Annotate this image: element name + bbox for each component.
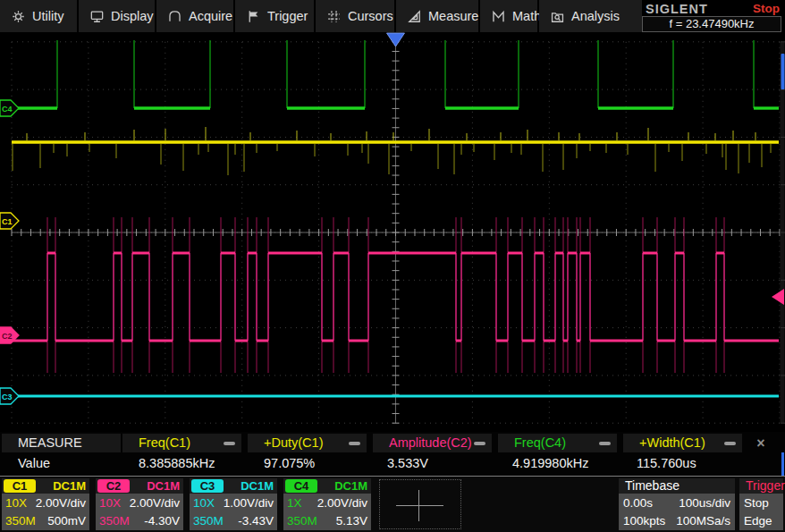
bandwidth-limit: 350M: [5, 511, 36, 529]
measure-value: 4.919980kHz: [512, 456, 588, 470]
menu-item-math[interactable]: Math: [480, 0, 539, 32]
empty-channel-slot[interactable]: [379, 479, 461, 529]
waveform-svg: C4C1C2C3: [0, 32, 785, 432]
measurement-label: Freq(C4): [514, 434, 566, 452]
volts-per-div: 2.00V/div: [36, 494, 86, 511]
timebase-title: Timebase: [619, 478, 735, 494]
menu-item-label: Trigger: [267, 9, 308, 23]
flag-icon: [246, 9, 261, 24]
marker-label: C2: [2, 332, 13, 341]
volts-per-div: 1.00V/div: [224, 494, 274, 511]
trigger-state: Stop: [744, 494, 769, 511]
measure-col-freq-c4[interactable]: Freq(C4): [498, 434, 617, 452]
menu-item-cursors[interactable]: Cursors: [316, 0, 396, 32]
measure-col-width-c1[interactable]: +Width(C1): [623, 434, 742, 452]
channel-offset: 500mV: [47, 511, 86, 529]
menu-item-trigger[interactable]: Trigger: [235, 0, 316, 32]
channel-offset: 5.13V: [336, 511, 367, 529]
channel-coupling: DC1M: [53, 479, 86, 493]
probe-attenuation: 1X: [287, 494, 302, 511]
menu-item-label: Cursors: [348, 9, 393, 23]
timebase-scale: 100us/div: [679, 494, 730, 511]
menu-item-label: Analysis: [571, 9, 620, 23]
timebase-delay: 0.00s: [623, 494, 653, 511]
status-bar: C1 DC1M 10X2.00V/div 350M500mV C2 DC1M 1…: [0, 477, 785, 532]
menu-item-label: Utility: [32, 9, 63, 23]
acquire-icon: [167, 9, 182, 24]
channel-coupling: DC1M: [147, 479, 180, 493]
bandwidth-limit: 350M: [193, 511, 224, 529]
remove-measurement-icon[interactable]: [724, 442, 736, 445]
channel-badge[interactable]: C4: [285, 479, 317, 493]
measurement-label: Amplitude(C2): [389, 434, 472, 452]
channel-offset: -3.43V: [238, 511, 274, 529]
crosshair-icon: [418, 490, 419, 521]
probe-attenuation: 10X: [99, 494, 121, 511]
channel-badge[interactable]: C1: [4, 479, 36, 493]
measure-row-label: Value: [18, 456, 50, 470]
trigger-level-marker[interactable]: [772, 289, 784, 305]
menu-item-display[interactable]: Display: [79, 0, 156, 32]
measure-value: 115.760us: [637, 456, 696, 470]
brand-block: SIGLENT Stop f = 23.47490kHz: [642, 0, 785, 32]
channel-badge[interactable]: C3: [191, 479, 224, 493]
measure-value: 3.533V: [387, 456, 428, 470]
crosshair-icon: [396, 505, 443, 506]
menu-item-utility[interactable]: Utility: [0, 0, 79, 32]
display-icon: [89, 9, 105, 24]
menu-item-measure[interactable]: Measure: [396, 0, 480, 32]
menu-item-label: Measure: [428, 9, 478, 23]
channel-box-c4[interactable]: C4 DC1M 1X2.00V/div 350M5.13V: [283, 478, 371, 530]
channel-box-c3[interactable]: C3 DC1M 10X1.00V/div 350M-3.43V: [190, 478, 277, 530]
channel-box-c2[interactable]: C2 DC1M 10X2.00V/div 350M-4.30V: [96, 478, 183, 530]
measure-panel: MEASURE Freq(C1) +Duty(C1) Amplitude(C2)…: [0, 432, 785, 476]
sample-rate: 100MSa/s: [676, 511, 730, 529]
volts-per-div: 2.00V/div: [317, 494, 367, 511]
menu-item-analysis[interactable]: Analysis: [539, 0, 642, 32]
gear-icon: [11, 9, 26, 24]
measurement-label: Freq(C1): [139, 434, 190, 452]
remove-measurement-icon[interactable]: [599, 442, 611, 445]
menu-item-acquire[interactable]: Acquire: [156, 0, 235, 32]
run-state-badge[interactable]: Stop: [753, 2, 780, 15]
measurement-label: +Width(C1): [639, 434, 705, 452]
siglent-logo: SIGLENT: [646, 2, 708, 16]
timebase-points: 100kpts: [623, 511, 665, 529]
remove-measurement-icon[interactable]: [349, 442, 360, 445]
trigger-type: Edge: [744, 511, 772, 529]
remove-measurement-icon[interactable]: [224, 442, 235, 445]
channel-badge[interactable]: C2: [97, 479, 130, 493]
cursors-icon: [326, 9, 342, 24]
timebase-box[interactable]: Timebase 0.00s100us/div 100kpts100MSa/s: [619, 478, 735, 530]
menu-item-label: Acquire: [189, 9, 232, 23]
measure-col-duty-c1[interactable]: +Duty(C1): [248, 434, 367, 452]
trigger-title: Trigger: [739, 478, 783, 494]
volts-per-div: 2.00V/div: [130, 494, 180, 511]
measure-value: 8.385885kHz: [139, 456, 215, 470]
channel-box-c1[interactable]: C1 DC1M 10X2.00V/div 350M500mV: [2, 478, 89, 530]
marker-label: C4: [2, 105, 13, 114]
measure-col-freq-c1[interactable]: Freq(C1): [122, 434, 241, 452]
bandwidth-limit: 350M: [99, 511, 130, 529]
probe-attenuation: 10X: [193, 494, 215, 511]
analysis-icon: [550, 9, 565, 24]
marker-label: C1: [2, 217, 13, 226]
trigger-position-marker[interactable]: [387, 33, 405, 46]
close-icon[interactable]: ×: [750, 434, 772, 452]
measure-panel-title-cell: MEASURE: [2, 434, 121, 452]
measure-panel-title: MEASURE: [18, 434, 82, 452]
menu-item-label: Display: [111, 9, 154, 23]
menu-bar: Utility Display Acquire Trigger Cursors …: [0, 0, 642, 32]
waveform-display[interactable]: C4C1C2C3: [0, 32, 785, 432]
remove-measurement-icon[interactable]: [474, 442, 485, 445]
measurement-label: +Duty(C1): [264, 434, 323, 452]
measure-col-amplitude-c2[interactable]: Amplitude(C2): [373, 434, 492, 452]
measure-icon: [407, 9, 422, 24]
scrollbar-thumb[interactable]: [781, 54, 785, 89]
scroll-indicator: [781, 452, 784, 476]
frequency-counter: f = 23.47490kHz: [642, 16, 781, 32]
bandwidth-limit: 350M: [287, 511, 317, 529]
channel-coupling: DC1M: [241, 479, 274, 493]
menu-item-label: Math: [512, 9, 541, 23]
trigger-box[interactable]: Trigger Stop Edge: [739, 478, 783, 530]
